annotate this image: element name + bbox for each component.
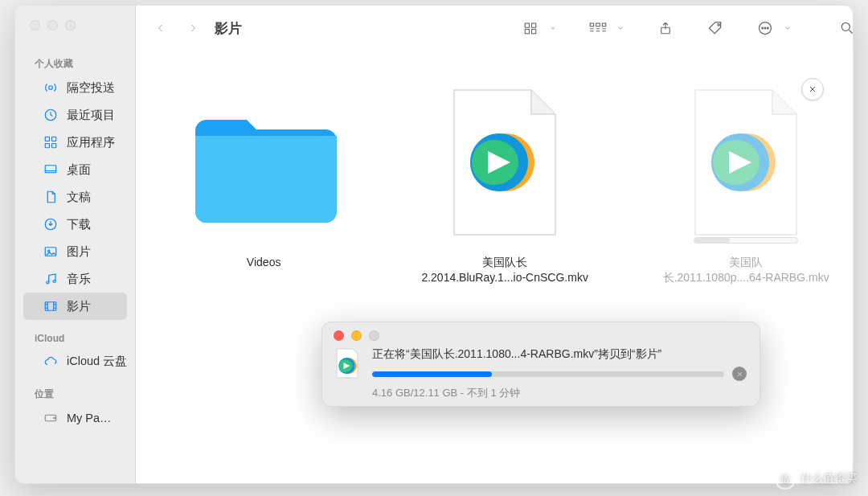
sidebar-item-pictures[interactable]: 图片: [23, 238, 127, 265]
file-item-folder[interactable]: Videos: [155, 83, 372, 270]
window-title: 影片: [215, 19, 242, 38]
sidebar-item-desktop[interactable]: 桌面: [23, 156, 127, 183]
svg-point-14: [54, 417, 55, 419]
sidebar-section-locations: 位置: [15, 379, 135, 404]
sidebar-item-airdrop[interactable]: 隔空投送: [23, 74, 127, 101]
window-controls: [15, 6, 135, 44]
view-mode-chevron[interactable]: [546, 15, 560, 41]
file-grid: Videos: [136, 51, 854, 483]
sidebar-section-favorites: 个人收藏: [15, 49, 135, 74]
sidebar-item-label: 下载: [67, 217, 91, 232]
toolbar: 影片: [136, 6, 854, 51]
file-item-video-2[interactable]: 美国队 长.2011.1080p....64-RARBG.mkv: [637, 83, 854, 285]
copy-progress-bar: [372, 371, 724, 377]
movie-icon: [43, 298, 59, 314]
folder-icon: [187, 83, 340, 244]
music-icon: [43, 271, 59, 287]
svg-rect-2: [45, 137, 49, 141]
sidebar-item-label: iCloud 云盘: [67, 354, 127, 369]
svg-rect-12: [45, 302, 56, 311]
sidebar-item-label: 文稿: [67, 190, 91, 205]
sidebar-item-label: 最近项目: [67, 108, 115, 123]
file-name: 美国队长 2.2014.BluRay.1...io-CnSCG.mkv: [421, 255, 588, 285]
fullscreen-window-button[interactable]: [369, 330, 379, 341]
sidebar-item-label: 应用程序: [67, 135, 115, 150]
view-mode-button[interactable]: [515, 15, 546, 41]
copy-progress-title: 正在将“美国队长.2011.1080...4-RARBG.mkv”拷贝到“影片”: [372, 347, 747, 362]
svg-rect-6: [45, 166, 56, 173]
sidebar-item-documents[interactable]: 文稿: [23, 183, 127, 211]
sidebar-item-label: 音乐: [67, 272, 91, 287]
copy-progress-window: 正在将“美国队长.2011.1080...4-RARBG.mkv”拷贝到“影片”…: [321, 322, 760, 407]
svg-point-28: [841, 23, 850, 31]
svg-point-10: [47, 281, 49, 284]
download-icon: [43, 216, 59, 232]
tags-button[interactable]: [700, 15, 731, 41]
file-name: Videos: [247, 255, 281, 270]
forward-button[interactable]: [179, 16, 207, 40]
actions-chevron[interactable]: [780, 15, 795, 41]
sidebar-item-movies[interactable]: 影片: [23, 293, 127, 320]
svg-point-11: [53, 281, 55, 283]
search-button[interactable]: [832, 15, 854, 41]
svg-point-27: [768, 27, 769, 29]
svg-rect-18: [532, 30, 536, 34]
minimize-window-button[interactable]: [47, 20, 58, 31]
close-window-button[interactable]: [334, 330, 344, 341]
apps-icon: [43, 134, 59, 150]
image-icon: [43, 244, 59, 260]
fullscreen-window-button[interactable]: [65, 20, 76, 31]
video-file-icon: [428, 83, 581, 244]
copy-progress-subtitle: 4.16 GB/12.11 GB - 不到 1 分钟: [372, 386, 747, 400]
desktop-icon: [43, 162, 59, 178]
svg-rect-20: [596, 23, 600, 27]
svg-point-0: [49, 86, 53, 90]
sidebar-item-label: My Pa…: [67, 412, 112, 424]
sidebar-item-label: 隔空投送: [67, 80, 115, 96]
file-transfer-mini-progress: [694, 237, 798, 244]
cloud-icon: [43, 353, 59, 369]
main-area: 影片: [136, 6, 854, 483]
disk-icon: [43, 410, 59, 426]
back-button[interactable]: [147, 16, 174, 40]
svg-rect-16: [532, 23, 536, 27]
svg-point-25: [762, 27, 764, 29]
doc-icon: [43, 189, 59, 205]
svg-rect-17: [525, 30, 529, 34]
finder-window: 个人收藏 隔空投送 最近项目 应用程序 桌面 文稿 下载 图片: [14, 5, 854, 484]
watermark: 值 什么值得买: [775, 469, 857, 490]
group-by-chevron[interactable]: [613, 15, 628, 41]
svg-rect-21: [602, 23, 606, 27]
share-button[interactable]: [650, 15, 681, 41]
cancel-copy-button[interactable]: [732, 367, 747, 381]
copy-progress-fill: [372, 371, 492, 377]
svg-point-23: [718, 24, 720, 26]
close-window-button[interactable]: [30, 20, 40, 31]
svg-point-26: [764, 27, 766, 29]
svg-rect-3: [52, 137, 56, 141]
airdrop-icon: [43, 80, 59, 96]
svg-rect-5: [52, 144, 56, 148]
sidebar-item-label: 图片: [67, 244, 91, 260]
sidebar-item-downloads[interactable]: 下载: [23, 211, 127, 238]
sidebar-item-applications[interactable]: 应用程序: [23, 129, 127, 156]
sidebar-item-label: 桌面: [67, 162, 91, 178]
sidebar-item-icloud-drive[interactable]: iCloud 云盘: [23, 347, 127, 375]
sidebar-item-disk[interactable]: My Pa…: [23, 404, 127, 432]
group-by-button[interactable]: [583, 15, 613, 41]
svg-rect-15: [525, 23, 529, 27]
minimize-window-button[interactable]: [351, 330, 362, 341]
watermark-text: 什么值得买: [800, 472, 857, 486]
svg-rect-4: [45, 144, 49, 148]
video-file-icon: [334, 347, 361, 379]
file-name: 美国队 长.2011.1080p....64-RARBG.mkv: [663, 255, 829, 285]
file-item-video-1[interactable]: 美国队长 2.2014.BluRay.1...io-CnSCG.mkv: [396, 83, 613, 285]
sidebar: 个人收藏 隔空投送 最近项目 应用程序 桌面 文稿 下载 图片: [15, 6, 136, 483]
sidebar-item-music[interactable]: 音乐: [23, 265, 127, 293]
actions-button[interactable]: [750, 15, 780, 41]
sidebar-item-label: 影片: [67, 299, 91, 314]
window-controls: [334, 330, 747, 341]
svg-rect-19: [590, 23, 594, 27]
sidebar-item-recents[interactable]: 最近项目: [23, 101, 127, 129]
sidebar-section-icloud: iCloud: [15, 325, 135, 347]
